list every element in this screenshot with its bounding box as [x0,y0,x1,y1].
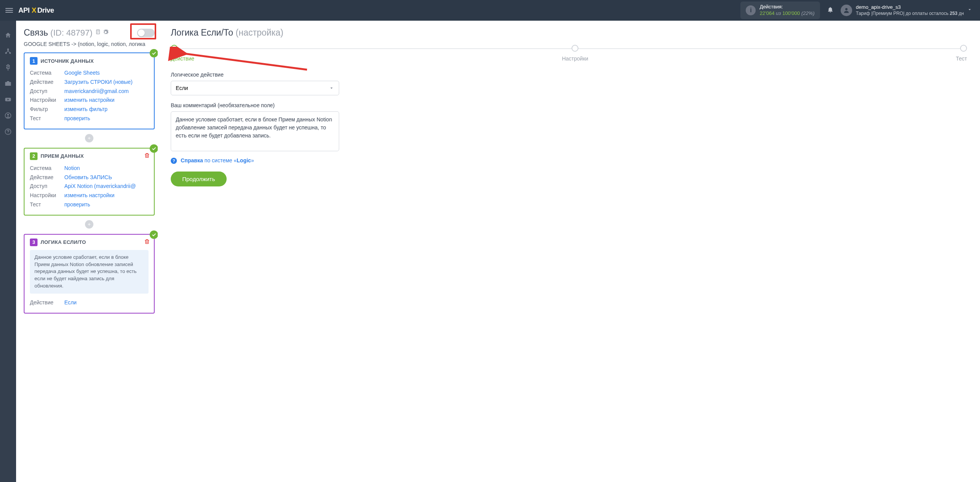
connection-id: (ID: 48797) [51,28,93,38]
step-action[interactable]: Действие [171,45,194,62]
delete-destination-icon[interactable] [144,152,150,160]
logic-action-select[interactable]: Если [171,81,339,95]
side-nav [0,21,16,482]
connection-title: Связь [24,28,48,38]
page-title: Логика Если/То (настройка) [171,28,967,38]
gear-icon[interactable] [103,29,109,37]
delete-logic-icon[interactable] [144,239,150,246]
svg-text:API: API [18,6,29,14]
info-icon: i [746,5,756,15]
dest-test-link[interactable]: проверить [64,200,90,209]
nav-billing-icon[interactable] [5,64,11,71]
dest-action-link[interactable]: Обновить ЗАПИСЬ [64,173,112,182]
destination-card: 2ПРИЕМ ДАННЫХ СистемаNotion ДействиеОбно… [24,148,155,216]
username: demo_apix-drive_s3 [856,4,964,11]
source-system-link[interactable]: Google Sheets [64,69,100,78]
dest-settings-link[interactable]: изменить настройки [64,191,114,200]
menu-toggle[interactable] [5,6,14,15]
tariff-info: Тариф |Премиум PRO| до оплаты осталось 2… [856,11,964,17]
dest-system-link[interactable]: Notion [64,164,80,173]
connection-path: GOOGLE SHEETS -> (notion, logic, notion,… [24,41,155,47]
nav-home-icon[interactable] [5,31,11,39]
logo[interactable]: APIXDrive [18,6,78,15]
svg-point-3 [845,8,848,10]
step-settings[interactable]: Настройки [562,45,588,62]
logic-description: Данное условие сработает, если в блоке П… [30,250,149,294]
avatar-icon [841,5,852,16]
add-block-button-1[interactable] [85,134,93,142]
comment-textarea[interactable] [171,111,339,151]
continue-button[interactable]: Продолжить [171,172,227,186]
check-icon [150,49,158,57]
logic-action-label: Логическое действие [171,72,967,78]
notifications-icon[interactable] [827,6,834,15]
check-icon [150,144,158,153]
nav-connections-icon[interactable] [5,47,11,55]
step-progress: Действие Настройки Тест [171,45,967,63]
nav-youtube-icon[interactable] [5,96,11,103]
nav-briefcase-icon[interactable] [5,80,11,87]
check-icon [150,230,158,239]
actions-used: 22'064 [760,10,774,16]
actions-total: 100'000 [782,10,800,16]
actions-of: из [776,10,781,16]
dest-access-link[interactable]: ApiX Notion (maverickandrii@ [64,182,136,191]
add-block-button-2[interactable] [85,220,93,229]
svg-text:X: X [32,6,37,14]
actions-counter[interactable]: i Действия: 22'064 из 100'000 (22%) [740,2,820,19]
logic-action-link[interactable]: Если [64,298,77,307]
topbar: APIXDrive i Действия: 22'064 из 100'000 … [0,0,980,21]
nav-help-icon[interactable] [5,128,11,136]
chevron-down-icon[interactable] [964,7,975,14]
source-test-link[interactable]: проверить [64,114,90,123]
help-icon: ? [171,158,177,164]
source-action-link[interactable]: Загрузить СТРОКИ (новые) [64,78,132,87]
main-panel: Логика Если/То (настройка) Действие Наст… [158,21,980,482]
enable-toggle[interactable] [137,29,155,37]
nav-account-icon[interactable] [5,112,11,119]
svg-point-9 [7,114,9,116]
source-filter-link[interactable]: изменить фильтр [64,105,108,114]
left-panel: Связь (ID: 48797) GOOGLE SHEETS -> (noti… [16,21,158,482]
help-link[interactable]: ? Справка по системе «Logic» [171,157,967,164]
actions-pct: (22%) [801,10,815,16]
copy-icon[interactable] [95,29,101,37]
source-settings-link[interactable]: изменить настройки [64,96,114,105]
source-card: 1ИСТОЧНИК ДАННЫХ СистемаGoogle Sheets Де… [24,52,155,129]
user-menu[interactable]: demo_apix-drive_s3 Тариф |Премиум PRO| д… [841,4,964,16]
comment-label: Ваш комментарий (необязательное поле) [171,102,967,108]
step-test[interactable]: Тест [956,45,967,62]
actions-label: Действия: [760,4,814,10]
source-access-link[interactable]: maverickandrii@gmail.com [64,87,129,96]
svg-text:Drive: Drive [37,6,54,14]
chevron-down-icon [329,85,334,91]
logic-card: 3ЛОГИКА ЕСЛИ/ТО Данное условие сработает… [24,234,155,314]
